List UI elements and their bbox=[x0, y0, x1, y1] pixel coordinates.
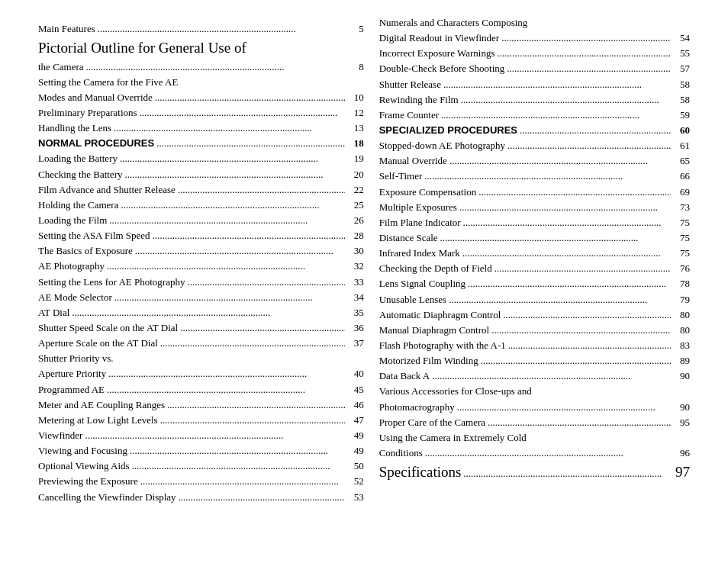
toc-label: Metering at Low Light Levels bbox=[38, 413, 158, 428]
toc-page: 54 bbox=[673, 31, 690, 46]
toc-label: Film Plane Indicator bbox=[379, 215, 461, 230]
toc-dots: ........................................… bbox=[463, 215, 671, 230]
toc-row: NORMAL PROCEDURES.......................… bbox=[38, 136, 364, 151]
left-toc: Main Features...........................… bbox=[38, 21, 364, 505]
toc-label: NORMAL PROCEDURES bbox=[38, 136, 154, 151]
toc-page: 18 bbox=[347, 136, 364, 151]
toc-label: Shutter Speed Scale on the AT Dial bbox=[38, 320, 178, 336]
toc-row: Motorized Film Winding..................… bbox=[379, 353, 690, 368]
toc-row: Film Advance and Shutter Release........… bbox=[38, 182, 364, 198]
toc-page: 55 bbox=[673, 46, 690, 61]
toc-label: Previewing the Exposure bbox=[38, 474, 138, 489]
toc-dots: ........................................… bbox=[155, 90, 345, 105]
toc-row: Viewfinder..............................… bbox=[38, 428, 364, 443]
toc-dots: ........................................… bbox=[107, 259, 345, 274]
toc-row: SPECIALIZED PROCEDURES..................… bbox=[379, 123, 690, 138]
toc-label: Distance Scale bbox=[379, 230, 438, 246]
toc-dots: ........................................… bbox=[114, 121, 345, 136]
toc-dots: ........................................… bbox=[461, 92, 671, 108]
toc-label: AE Photography bbox=[38, 259, 105, 274]
toc-dots: ........................................… bbox=[98, 21, 345, 37]
toc-page: 8 bbox=[347, 60, 364, 75]
toc-page: 30 bbox=[347, 243, 364, 259]
toc-page: 83 bbox=[673, 338, 690, 353]
toc-page: 12 bbox=[347, 105, 364, 121]
toc-page: 52 bbox=[347, 474, 364, 489]
toc-page: 22 bbox=[347, 182, 364, 198]
toc-row: Aperture Scale on the AT Dial...........… bbox=[38, 336, 364, 351]
toc-row: Double-Check Before Shooting............… bbox=[379, 61, 690, 76]
toc-page: 45 bbox=[347, 382, 364, 397]
toc-row: Flash Photography with the A-1..........… bbox=[379, 338, 690, 353]
toc-label: Double-Check Before Shooting bbox=[379, 61, 505, 76]
toc-row: Programmed AE...........................… bbox=[38, 382, 364, 397]
toc-label: Using the Camera in Extremely Cold bbox=[379, 430, 527, 446]
toc-label: Lens Signal Coupling bbox=[379, 276, 465, 291]
toc-dots: ........................................… bbox=[121, 198, 344, 213]
toc-page: 66 bbox=[673, 169, 690, 184]
toc-label: Exposure Compensation bbox=[379, 185, 476, 200]
toc-page: 33 bbox=[347, 275, 364, 290]
toc-label: Conditions bbox=[379, 446, 423, 461]
toc-label: Setting the Camera for the Five AE bbox=[38, 75, 178, 90]
toc-row: Preliminary Preparations................… bbox=[38, 105, 364, 121]
toc-dots: ........................................… bbox=[124, 167, 344, 182]
toc-dots: ........................................… bbox=[459, 200, 671, 215]
toc-dots: ........................................… bbox=[156, 136, 345, 151]
toc-label: Photomacrography bbox=[379, 400, 455, 415]
toc-row: Infrared Index Mark.....................… bbox=[379, 246, 690, 261]
toc-row: Distance Scale..........................… bbox=[379, 230, 690, 246]
toc-dots: ........................................… bbox=[107, 382, 345, 397]
toc-page: 49 bbox=[347, 443, 364, 458]
toc-label: Setting the Lens for AE Photography bbox=[38, 275, 185, 290]
toc-label: Viewing and Focusing bbox=[38, 443, 127, 458]
toc-row: Handling the Lens.......................… bbox=[38, 121, 364, 136]
toc-dots: ........................................… bbox=[494, 261, 671, 276]
toc-dots: ........................................… bbox=[167, 397, 345, 413]
toc-label: Viewfinder bbox=[38, 428, 82, 443]
toc-page: 75 bbox=[673, 246, 690, 261]
toc-row: Aperture Priority.......................… bbox=[38, 366, 364, 381]
toc-label: Specifications bbox=[379, 461, 462, 483]
toc-label: Automatic Diaphragm Control bbox=[379, 307, 501, 323]
right-toc: Numerals and Characters ComposingDigital… bbox=[379, 15, 690, 484]
toc-label: Unusable Lenses bbox=[379, 292, 446, 307]
toc-row: Shutter Release.........................… bbox=[379, 77, 690, 92]
toc-label: Checking the Battery bbox=[38, 167, 122, 182]
toc-label: AE Mode Selector bbox=[38, 290, 112, 305]
toc-row: Modes and Manual Override...............… bbox=[38, 90, 364, 105]
toc-page: 90 bbox=[673, 400, 690, 415]
toc-row: Setting the ASA Film Speed..............… bbox=[38, 228, 364, 243]
toc-label: the Camera bbox=[38, 60, 84, 75]
toc-row: Numerals and Characters Composing bbox=[379, 15, 690, 31]
toc-row: Viewing and Focusing....................… bbox=[38, 443, 364, 458]
toc-label: AT Dial bbox=[38, 305, 69, 320]
toc-dots: ........................................… bbox=[503, 307, 671, 323]
toc-page: 50 bbox=[347, 458, 364, 474]
toc-dots: ........................................… bbox=[520, 123, 671, 138]
toc-page: 69 bbox=[673, 185, 690, 200]
toc-row: Stopped-down AE Photography.............… bbox=[379, 138, 690, 153]
toc-dots: ........................................… bbox=[432, 368, 671, 384]
toc-row: Lens Signal Coupling....................… bbox=[379, 276, 690, 291]
toc-page: 59 bbox=[673, 108, 690, 123]
toc-label: Manual Override bbox=[379, 153, 447, 169]
toc-label: Proper Care of the Camera bbox=[379, 415, 485, 430]
toc-dots: ........................................… bbox=[424, 169, 671, 184]
toc-label: Handling the Lens bbox=[38, 121, 111, 136]
toc-row: Automatic Diaphragm Control.............… bbox=[379, 307, 690, 323]
toc-label: Loading the Battery bbox=[38, 151, 118, 166]
toc-row: Setting the Camera for the Five AE bbox=[38, 75, 364, 90]
toc-dots: ........................................… bbox=[501, 31, 671, 46]
toc-page: 95 bbox=[673, 415, 690, 430]
toc-label: Modes and Manual Override bbox=[38, 90, 153, 105]
toc-row: Frame Counter...........................… bbox=[379, 108, 690, 123]
toc-row: Manual Override.........................… bbox=[379, 153, 690, 169]
toc-label: Setting the ASA Film Speed bbox=[38, 228, 150, 243]
toc-row: Proper Care of the Camera...............… bbox=[379, 415, 690, 430]
toc-row: AE Mode Selector........................… bbox=[38, 290, 364, 305]
toc-row: Holding the Camera......................… bbox=[38, 198, 364, 213]
toc-label: Preliminary Preparations bbox=[38, 105, 137, 121]
right-column: Numerals and Characters ComposingDigital… bbox=[379, 15, 690, 505]
toc-page: 75 bbox=[673, 215, 690, 230]
